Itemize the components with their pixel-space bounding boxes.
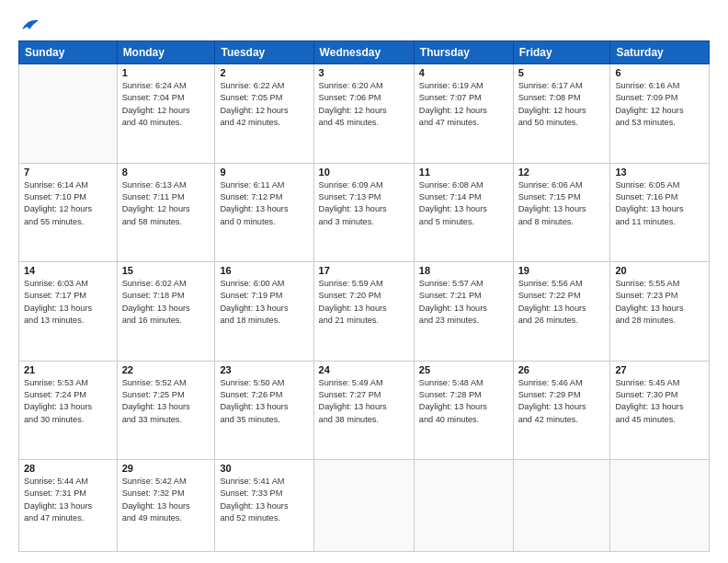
- day-info: Sunrise: 6:14 AM Sunset: 7:10 PM Dayligh…: [24, 179, 112, 228]
- calendar-day-cell: 10Sunrise: 6:09 AM Sunset: 7:13 PM Dayli…: [313, 163, 414, 262]
- calendar-day-cell: [19, 64, 118, 164]
- day-number: 21: [24, 364, 112, 375]
- calendar-day-cell: 29Sunrise: 5:42 AM Sunset: 7:32 PM Dayli…: [117, 460, 215, 552]
- day-info: Sunrise: 6:09 AM Sunset: 7:13 PM Dayligh…: [319, 179, 409, 228]
- day-number: 11: [419, 167, 508, 178]
- calendar-table: SundayMondayTuesdayWednesdayThursdayFrid…: [18, 40, 710, 552]
- day-info: Sunrise: 6:02 AM Sunset: 7:18 PM Dayligh…: [122, 278, 210, 327]
- header: [18, 17, 710, 33]
- day-info: Sunrise: 6:00 AM Sunset: 7:19 PM Dayligh…: [220, 278, 308, 327]
- day-number: 28: [24, 463, 112, 474]
- calendar-day-cell: 3Sunrise: 6:20 AM Sunset: 7:06 PM Daylig…: [313, 64, 414, 164]
- calendar-day-cell: 15Sunrise: 6:02 AM Sunset: 7:18 PM Dayli…: [117, 262, 215, 362]
- day-info: Sunrise: 5:41 AM Sunset: 7:33 PM Dayligh…: [220, 476, 308, 524]
- calendar-day-cell: 5Sunrise: 6:17 AM Sunset: 7:08 PM Daylig…: [513, 64, 610, 164]
- day-info: Sunrise: 6:11 AM Sunset: 7:12 PM Dayligh…: [220, 179, 308, 228]
- day-number: 13: [615, 167, 704, 178]
- day-number: 5: [518, 67, 606, 78]
- day-info: Sunrise: 5:57 AM Sunset: 7:21 PM Dayligh…: [419, 278, 508, 327]
- day-number: 10: [319, 167, 409, 178]
- calendar-day-cell: [513, 460, 610, 552]
- calendar-day-cell: 7Sunrise: 6:14 AM Sunset: 7:10 PM Daylig…: [19, 163, 118, 262]
- day-info: Sunrise: 5:44 AM Sunset: 7:31 PM Dayligh…: [24, 476, 112, 524]
- calendar-day-cell: 21Sunrise: 5:53 AM Sunset: 7:24 PM Dayli…: [19, 361, 118, 460]
- calendar-day-cell: 27Sunrise: 5:45 AM Sunset: 7:30 PM Dayli…: [610, 361, 710, 460]
- day-info: Sunrise: 6:06 AM Sunset: 7:15 PM Dayligh…: [518, 179, 606, 228]
- day-number: 15: [122, 265, 210, 276]
- calendar-day-cell: [610, 460, 710, 552]
- day-info: Sunrise: 6:17 AM Sunset: 7:08 PM Dayligh…: [518, 80, 606, 129]
- day-info: Sunrise: 6:19 AM Sunset: 7:07 PM Dayligh…: [419, 80, 508, 129]
- weekday-header-friday: Friday: [513, 41, 610, 64]
- day-number: 7: [24, 167, 112, 178]
- day-info: Sunrise: 5:56 AM Sunset: 7:22 PM Dayligh…: [518, 278, 606, 327]
- day-info: Sunrise: 5:45 AM Sunset: 7:30 PM Dayligh…: [615, 377, 704, 426]
- calendar-day-cell: 23Sunrise: 5:50 AM Sunset: 7:26 PM Dayli…: [215, 361, 313, 460]
- weekday-header-saturday: Saturday: [610, 41, 710, 64]
- day-number: 8: [122, 167, 210, 178]
- day-number: 22: [122, 364, 210, 375]
- calendar-day-cell: 25Sunrise: 5:48 AM Sunset: 7:28 PM Dayli…: [414, 361, 513, 460]
- calendar-day-cell: 22Sunrise: 5:52 AM Sunset: 7:25 PM Dayli…: [117, 361, 215, 460]
- day-info: Sunrise: 5:59 AM Sunset: 7:20 PM Dayligh…: [319, 278, 409, 327]
- calendar-day-cell: 26Sunrise: 5:46 AM Sunset: 7:29 PM Dayli…: [513, 361, 610, 460]
- weekday-header-monday: Monday: [117, 41, 215, 64]
- calendar-day-cell: 28Sunrise: 5:44 AM Sunset: 7:31 PM Dayli…: [19, 460, 118, 552]
- logo-bird-icon: [20, 17, 40, 33]
- day-number: 9: [220, 167, 308, 178]
- day-number: 24: [319, 364, 409, 375]
- day-info: Sunrise: 6:08 AM Sunset: 7:14 PM Dayligh…: [419, 179, 508, 228]
- day-info: Sunrise: 5:52 AM Sunset: 7:25 PM Dayligh…: [122, 377, 210, 426]
- day-number: 16: [220, 265, 308, 276]
- calendar-day-cell: 16Sunrise: 6:00 AM Sunset: 7:19 PM Dayli…: [215, 262, 313, 362]
- day-info: Sunrise: 6:22 AM Sunset: 7:05 PM Dayligh…: [220, 80, 308, 129]
- calendar-day-cell: 30Sunrise: 5:41 AM Sunset: 7:33 PM Dayli…: [215, 460, 313, 552]
- day-number: 14: [24, 265, 112, 276]
- day-info: Sunrise: 5:50 AM Sunset: 7:26 PM Dayligh…: [220, 377, 308, 426]
- day-info: Sunrise: 5:48 AM Sunset: 7:28 PM Dayligh…: [419, 377, 508, 426]
- calendar-day-cell: [313, 460, 414, 552]
- day-number: 30: [220, 463, 308, 474]
- weekday-header-wednesday: Wednesday: [313, 41, 414, 64]
- day-info: Sunrise: 6:03 AM Sunset: 7:17 PM Dayligh…: [24, 278, 112, 327]
- day-info: Sunrise: 6:24 AM Sunset: 7:04 PM Dayligh…: [122, 80, 210, 129]
- day-number: 25: [419, 364, 508, 375]
- calendar-week-row: 21Sunrise: 5:53 AM Sunset: 7:24 PM Dayli…: [19, 361, 710, 460]
- day-info: Sunrise: 5:53 AM Sunset: 7:24 PM Dayligh…: [24, 377, 112, 426]
- calendar-day-cell: 19Sunrise: 5:56 AM Sunset: 7:22 PM Dayli…: [513, 262, 610, 362]
- calendar-day-cell: 2Sunrise: 6:22 AM Sunset: 7:05 PM Daylig…: [215, 64, 313, 164]
- page: SundayMondayTuesdayWednesdayThursdayFrid…: [0, 0, 728, 563]
- calendar-week-row: 1Sunrise: 6:24 AM Sunset: 7:04 PM Daylig…: [19, 64, 710, 164]
- day-number: 12: [518, 167, 606, 178]
- calendar-day-cell: 11Sunrise: 6:08 AM Sunset: 7:14 PM Dayli…: [414, 163, 513, 262]
- weekday-header-thursday: Thursday: [414, 41, 513, 64]
- calendar-day-cell: 8Sunrise: 6:13 AM Sunset: 7:11 PM Daylig…: [117, 163, 215, 262]
- calendar-day-cell: 9Sunrise: 6:11 AM Sunset: 7:12 PM Daylig…: [215, 163, 313, 262]
- calendar-day-cell: 13Sunrise: 6:05 AM Sunset: 7:16 PM Dayli…: [610, 163, 710, 262]
- day-number: 20: [615, 265, 704, 276]
- calendar-day-cell: 4Sunrise: 6:19 AM Sunset: 7:07 PM Daylig…: [414, 64, 513, 164]
- weekday-header-row: SundayMondayTuesdayWednesdayThursdayFrid…: [19, 41, 710, 64]
- calendar-day-cell: 1Sunrise: 6:24 AM Sunset: 7:04 PM Daylig…: [117, 64, 215, 164]
- calendar-day-cell: 18Sunrise: 5:57 AM Sunset: 7:21 PM Dayli…: [414, 262, 513, 362]
- calendar-day-cell: 12Sunrise: 6:06 AM Sunset: 7:15 PM Dayli…: [513, 163, 610, 262]
- day-info: Sunrise: 6:16 AM Sunset: 7:09 PM Dayligh…: [615, 80, 704, 129]
- day-info: Sunrise: 5:49 AM Sunset: 7:27 PM Dayligh…: [319, 377, 409, 426]
- day-number: 26: [518, 364, 606, 375]
- day-number: 6: [615, 67, 704, 78]
- weekday-header-tuesday: Tuesday: [215, 41, 313, 64]
- day-number: 3: [319, 67, 409, 78]
- day-number: 2: [220, 67, 308, 78]
- day-number: 1: [122, 67, 210, 78]
- day-number: 29: [122, 463, 210, 474]
- calendar-day-cell: [414, 460, 513, 552]
- day-info: Sunrise: 5:42 AM Sunset: 7:32 PM Dayligh…: [122, 476, 210, 524]
- day-number: 18: [419, 265, 508, 276]
- calendar-day-cell: 20Sunrise: 5:55 AM Sunset: 7:23 PM Dayli…: [610, 262, 710, 362]
- calendar-week-row: 7Sunrise: 6:14 AM Sunset: 7:10 PM Daylig…: [19, 163, 710, 262]
- day-info: Sunrise: 6:13 AM Sunset: 7:11 PM Dayligh…: [122, 179, 210, 228]
- calendar-day-cell: 24Sunrise: 5:49 AM Sunset: 7:27 PM Dayli…: [313, 361, 414, 460]
- calendar-week-row: 28Sunrise: 5:44 AM Sunset: 7:31 PM Dayli…: [19, 460, 710, 552]
- logo: [18, 17, 40, 33]
- calendar-day-cell: 17Sunrise: 5:59 AM Sunset: 7:20 PM Dayli…: [313, 262, 414, 362]
